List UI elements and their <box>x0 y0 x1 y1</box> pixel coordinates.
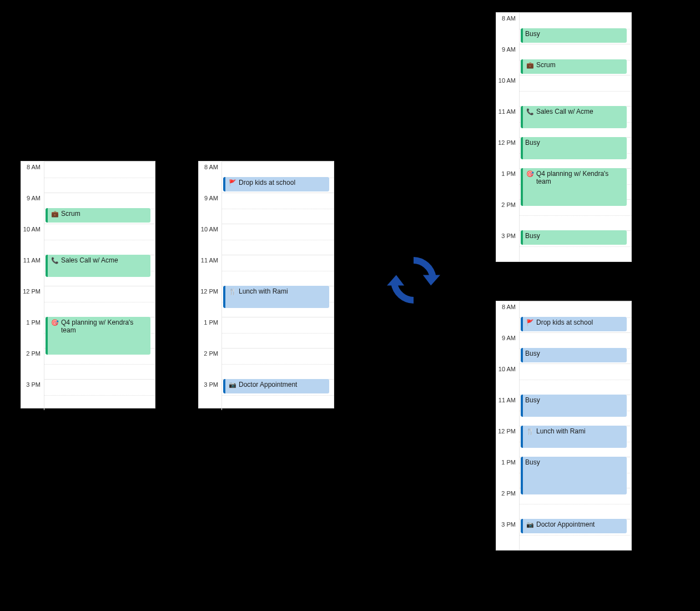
calendar-event[interactable]: 🎯Q4 planning w/ Kendra's team <box>46 317 150 355</box>
calendar-event[interactable]: 🎯Q4 planning w/ Kendra's team <box>521 168 627 206</box>
calendar-event[interactable]: Busy <box>521 457 627 494</box>
svg-marker-1 <box>387 275 404 285</box>
event-stripe <box>223 286 225 308</box>
event-title: Doctor Appointment <box>239 381 297 388</box>
event-title: Busy <box>525 232 540 240</box>
hour-label: 1 PM <box>496 168 520 199</box>
hour-label: 2 PM <box>496 199 520 230</box>
event-title: Q4 planning w/ Kendra's team <box>61 319 147 334</box>
food-icon: 🍴 <box>526 428 534 435</box>
calendar-event[interactable]: 📷Doctor Appointment <box>223 379 329 393</box>
event-title: Busy <box>525 350 540 357</box>
hour-label: 9 AM <box>496 332 520 363</box>
event-title: Drop kids at school <box>239 179 295 186</box>
event-title: Scrum <box>536 61 556 69</box>
phone-icon: 📞 <box>51 257 59 264</box>
calendar-event[interactable]: 🍴Lunch with Rami <box>223 286 329 308</box>
hour-label: 9 AM <box>21 193 44 224</box>
flag-icon: 🚩 <box>229 179 236 186</box>
event-title: Q4 planning w/ Kendra's team <box>536 170 623 185</box>
sync-icon <box>372 247 455 314</box>
event-title: Busy <box>525 30 540 38</box>
event-stripe <box>521 457 523 494</box>
event-stripe <box>46 255 48 277</box>
hour-label: 11 AM <box>199 255 222 286</box>
calendar-event[interactable]: Busy <box>521 28 627 43</box>
event-stripe <box>46 208 48 223</box>
event-title: Lunch with Rami <box>239 287 288 295</box>
event-stripe <box>521 519 523 533</box>
hour-label: 12 PM <box>199 286 222 317</box>
calendar-event[interactable]: 📞Sales Call w/ Acme <box>521 106 627 128</box>
event-title: Busy <box>525 458 540 466</box>
hour-label: 11 AM <box>496 395 520 426</box>
flag-icon: 🚩 <box>526 319 534 326</box>
hour-label: 8 AM <box>496 301 520 332</box>
hour-label: 9 AM <box>199 193 222 224</box>
hour-label: 3 PM <box>199 379 222 410</box>
calendar-personal-synced: 8 AM9 AM10 AM11 AM12 PM1 PM2 PM3 PM🚩Drop… <box>496 301 632 551</box>
hour-label: 12 PM <box>21 286 44 317</box>
target-icon: 🎯 <box>51 319 59 326</box>
calendar-event[interactable]: 💼Scrum <box>521 59 627 74</box>
calendar-event[interactable]: 🚩Drop kids at school <box>223 177 329 191</box>
hour-label: 10 AM <box>496 75 520 106</box>
calendar-event[interactable]: Busy <box>521 230 627 245</box>
event-title: Scrum <box>61 210 80 218</box>
hour-label: 3 PM <box>21 379 44 410</box>
event-title: Lunch with Rami <box>536 427 586 435</box>
event-stripe <box>223 379 225 393</box>
hour-label: 1 PM <box>21 317 44 348</box>
hour-label: 2 PM <box>21 348 44 379</box>
event-stripe <box>521 59 523 74</box>
calendar-event[interactable]: 💼Scrum <box>46 208 150 223</box>
hour-label: 8 AM <box>199 161 222 193</box>
calendar-event[interactable]: 🍴Lunch with Rami <box>521 426 627 448</box>
event-title: Doctor Appointment <box>536 521 595 528</box>
calendar-event[interactable]: 📞Sales Call w/ Acme <box>46 255 150 277</box>
camera-icon: 📷 <box>526 521 534 528</box>
event-stripe <box>521 395 523 417</box>
hour-label: 8 AM <box>496 13 520 44</box>
event-stripe <box>521 137 523 159</box>
calendar-personal-source: 8 AM9 AM10 AM11 AM12 PM1 PM2 PM3 PM🚩Drop… <box>198 161 334 408</box>
hour-label: 10 AM <box>21 224 44 255</box>
event-stripe <box>521 230 523 245</box>
calendar-event[interactable]: 🚩Drop kids at school <box>521 317 627 331</box>
calendar-event[interactable]: Busy <box>521 395 627 417</box>
hour-label: 10 AM <box>199 224 222 255</box>
event-title: Drop kids at school <box>536 319 593 326</box>
target-icon: 🎯 <box>526 170 534 178</box>
camera-icon: 📷 <box>229 381 236 388</box>
svg-marker-0 <box>423 275 440 285</box>
calendar-event[interactable]: Busy <box>521 348 627 362</box>
hour-label: 1 PM <box>496 457 520 488</box>
hour-label: 11 AM <box>21 255 44 286</box>
event-stripe <box>223 177 225 191</box>
events-layer: Busy💼Scrum📞Sales Call w/ AcmeBusy🎯Q4 pla… <box>520 13 629 261</box>
hour-label: 1 PM <box>199 317 222 348</box>
hour-label: 8 AM <box>21 161 44 193</box>
event-stripe <box>46 317 48 355</box>
calendar-event[interactable]: Busy <box>521 137 627 159</box>
hour-label: 12 PM <box>496 137 520 168</box>
food-icon: 🍴 <box>229 288 236 295</box>
event-stripe <box>521 168 523 206</box>
briefcase-icon: 💼 <box>51 210 59 218</box>
event-stripe <box>521 106 523 128</box>
event-title: Busy <box>525 396 540 404</box>
event-stripe <box>521 317 523 331</box>
event-title: Busy <box>525 139 540 147</box>
events-layer: 🚩Drop kids at school🍴Lunch with Rami📷Doc… <box>222 161 331 408</box>
calendar-work-source: 8 AM9 AM10 AM11 AM12 PM1 PM2 PM3 PM💼Scru… <box>21 161 155 408</box>
hour-label: 2 PM <box>199 348 222 379</box>
hour-label: 3 PM <box>496 519 520 550</box>
event-title: Sales Call w/ Acme <box>61 256 118 264</box>
event-stripe <box>521 28 523 43</box>
hour-label: 12 PM <box>496 426 520 457</box>
hour-label: 11 AM <box>496 106 520 137</box>
calendar-event[interactable]: 📷Doctor Appointment <box>521 519 627 533</box>
event-stripe <box>521 348 523 362</box>
briefcase-icon: 💼 <box>526 62 534 69</box>
event-title: Sales Call w/ Acme <box>536 108 593 115</box>
